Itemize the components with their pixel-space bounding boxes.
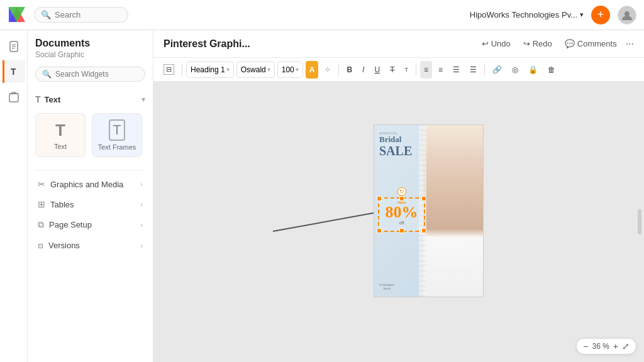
list2-btn[interactable]: ☰ [466,61,480,79]
align-left-icon: ≡ [424,65,428,74]
align-center-icon: ≡ [438,65,443,74]
bride-image [423,125,483,297]
undo-button[interactable]: ↩ Undo [478,36,514,51]
graphics-icon: ✂ [38,179,45,189]
more-options-button[interactable]: ··· [626,38,634,50]
versions-icon: ⧈ [38,240,43,251]
sidebar-search-input[interactable] [55,70,138,79]
pagesetup-label: Page Setup [49,220,92,229]
icon-bar-trash[interactable] [3,85,25,108]
link-btn[interactable]: 🔗 [489,61,506,79]
handle-bl[interactable] [377,228,382,233]
search-box[interactable]: 🔍 [34,7,128,23]
rotate-handle[interactable]: ↻ [397,187,406,196]
tables-label: Tables [50,200,74,209]
canvas-area[interactable]: ⊞ ⊟ Annual [153,82,644,362]
search-input[interactable] [55,10,118,19]
toolbar-sep3 [416,63,416,76]
selection-box[interactable]: ↻ Upto 80% off [378,197,425,232]
card-text-overlay: Annual Bridal SALE [379,131,412,158]
strikethrough-btn[interactable]: T [386,61,398,79]
text-widgets: T Text T Text Frames [35,113,145,157]
link-icon: 🔗 [492,65,502,74]
chevron-right-icon: › [140,180,143,188]
color-icon: A [309,65,315,74]
italic-btn[interactable]: I [358,61,368,79]
icon-bar: T [0,30,28,362]
sidebar-item-versions[interactable]: ⧈ Versions › [35,235,145,256]
text-section-label: Text [45,95,61,104]
zoom-level: 36 % [592,342,609,351]
sidebar-item-pagesetup[interactable]: ⧉ Page Setup › [35,214,145,235]
user-avatar[interactable] [618,6,636,25]
superscript-btn[interactable]: T [401,61,412,79]
fullscreen-btn[interactable]: ⤢ [622,341,630,351]
text-section-header[interactable]: T Text ▾ [35,90,145,108]
redo-button[interactable]: ↪ Redo [519,36,556,51]
company-name[interactable]: HipoWorks Technologies Pv... ▾ [470,10,584,19]
sidebar: Documents Social Graphic 🔍 T Text ▾ T Te… [28,30,153,362]
font-select[interactable]: Oswald ▾ [236,62,275,78]
image-btn[interactable]: ◎ [508,61,522,79]
lock-btn[interactable]: 🔒 [525,61,541,79]
pagesetup-icon: ⧉ [38,219,44,230]
zoom-in-icon: + [613,341,618,351]
size-chevron: ▾ [296,66,299,73]
sidebar-subtitle: Social Graphic [35,50,145,59]
comments-icon: 💬 [565,39,575,48]
layout-icon: ⊟ [164,64,174,75]
pattern-btn[interactable]: ⁘ [321,61,335,79]
toolbar-sep4 [484,63,485,76]
list1-btn[interactable]: ☰ [449,61,464,79]
off-text: off [379,221,424,225]
document-card: ⊞ ⊟ Annual [374,124,484,297]
sidebar-item-graphics[interactable]: ✂ Graphics and Media › [35,174,145,194]
layout-btn[interactable]: ⊟ [160,61,178,79]
align-center-btn[interactable]: ≡ [435,61,447,79]
align-left-btn[interactable]: ≡ [420,61,432,79]
doc-title: Pinterest Graphi... [164,38,470,50]
underline-btn[interactable]: U [370,61,384,79]
sidebar-search-icon: 🔍 [42,70,52,79]
chevron-icon: ▾ [580,11,584,19]
svg-rect-9 [9,94,18,102]
bottom-text: of designer items [379,283,395,290]
delete-icon: 🗑 [548,65,555,74]
icon-bar-doc[interactable] [3,35,25,58]
image-icon: ◎ [512,65,518,74]
handle-br[interactable] [421,228,426,233]
chevron-right-icon4: › [140,242,143,250]
undo-icon: ↩ [482,39,489,48]
widget-text[interactable]: T Text [35,113,86,157]
widget-text-frames[interactable]: T Text Frames [92,113,142,157]
list2-icon: ☰ [470,65,477,74]
handle-tl[interactable] [377,196,382,201]
handle-tm[interactable] [399,196,404,201]
heading-select[interactable]: Heading 1 ▾ [186,62,234,78]
add-button[interactable]: + [591,6,610,25]
logo[interactable] [8,6,26,25]
handle-bm[interactable] [399,228,404,233]
fullscreen-icon: ⤢ [622,341,630,351]
content-area: Pinterest Graphi... ↩ Undo ↪ Redo 💬 Comm… [153,30,644,362]
heading-chevron: ▾ [226,66,230,73]
font-chevron: ▾ [267,66,270,73]
handle-tr[interactable] [421,196,426,201]
comments-button[interactable]: 💬 Comments [561,36,621,51]
font-size-select[interactable]: 100 ▾ [277,62,303,78]
bridal-text: Bridal [379,135,412,144]
scroll-hint [638,209,641,234]
list1-icon: ☰ [453,65,460,74]
sidebar-search[interactable]: 🔍 [35,67,145,82]
tables-icon: ⊞ [38,199,45,209]
bridal-card: Annual Bridal SALE [374,124,484,297]
color-btn[interactable]: A [306,61,319,79]
zoom-in-btn[interactable]: + [613,341,618,351]
sidebar-item-tables[interactable]: ⊞ Tables › [35,194,145,214]
icon-bar-text[interactable]: T [3,60,25,83]
delete-btn[interactable]: 🗑 [544,61,559,79]
graphics-label: Graphics and Media [50,180,123,189]
zoom-out-btn[interactable]: − [583,341,588,351]
bold-btn[interactable]: B [343,61,356,79]
text-widget-label: Text [54,143,67,150]
